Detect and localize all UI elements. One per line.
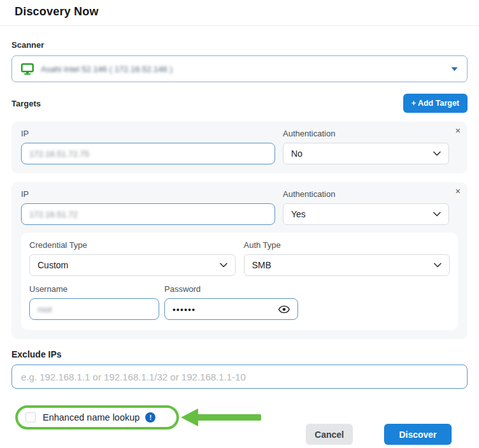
cancel-button[interactable]: Cancel <box>306 424 353 445</box>
password-input[interactable]: •••••• <box>164 298 298 320</box>
username-value: root <box>38 305 52 314</box>
monitor-icon <box>21 63 34 75</box>
password-masked-value: •••••• <box>173 305 196 314</box>
info-icon[interactable]: ! <box>145 412 155 423</box>
scanner-value: Asahi Intel 52.146 ( 172.16.52.146 ) <box>41 64 173 74</box>
authentication-value: Yes <box>291 209 306 219</box>
ip-value: 172.16.51.72.75 <box>29 149 89 159</box>
discover-button[interactable]: Discover <box>384 424 452 445</box>
chevron-down-icon <box>220 263 227 268</box>
enhanced-name-lookup-checkbox[interactable] <box>25 412 36 423</box>
target-card-1: × IP 172.16.51.72.75 Authentication No <box>11 122 468 173</box>
ip-input[interactable]: 172.16.51.72.75 <box>21 143 275 164</box>
annotation-arrow-shaft <box>197 414 261 421</box>
auth-type-select[interactable]: SMB <box>244 254 450 276</box>
annotation-arrow-head <box>181 408 198 426</box>
ip-input[interactable]: 172.16.51.72 <box>21 203 275 225</box>
exclude-ips-label: Exclude IPs <box>11 349 468 359</box>
ip-label: IP <box>21 129 275 138</box>
authentication-select[interactable]: No <box>283 143 449 164</box>
chevron-down-icon <box>451 67 458 71</box>
chevron-down-icon <box>434 263 441 268</box>
chevron-down-icon <box>433 151 441 156</box>
dialog-body: Scanner Asahi Intel 52.146 ( 172.16.52.1… <box>0 40 479 448</box>
enhanced-name-lookup-label: Enhanced name lookup <box>43 412 139 423</box>
auth-type-value: SMB <box>252 260 271 270</box>
username-input[interactable]: root <box>29 298 159 320</box>
page-title: Discovery Now <box>15 5 464 18</box>
target-card-2: × IP 172.16.51.72 Authentication Yes <box>11 182 468 339</box>
credentials-panel: Credential Type Custom Auth Type SMB <box>21 233 458 330</box>
exclude-ips-input[interactable] <box>11 365 468 389</box>
authentication-label: Authentication <box>283 189 449 199</box>
scanner-label: Scanner <box>11 40 468 50</box>
targets-label: Targets <box>11 99 41 108</box>
credential-type-label: Credential Type <box>29 240 236 250</box>
authentication-select[interactable]: Yes <box>283 203 449 225</box>
add-target-button[interactable]: + Add Target <box>403 94 468 113</box>
username-label: Username <box>29 284 159 294</box>
chevron-down-icon <box>433 212 441 217</box>
remove-target-icon[interactable]: × <box>455 126 461 135</box>
password-label: Password <box>164 284 298 294</box>
credential-type-select[interactable]: Custom <box>29 254 236 276</box>
show-password-eye-icon[interactable] <box>278 305 290 314</box>
ip-value: 172.16.51.72 <box>29 210 78 219</box>
scanner-select[interactable]: Asahi Intel 52.146 ( 172.16.52.146 ) <box>11 55 468 82</box>
auth-type-label: Auth Type <box>244 240 450 250</box>
authentication-label: Authentication <box>283 129 449 138</box>
authentication-value: No <box>291 148 303 159</box>
ip-label: IP <box>21 189 275 199</box>
credential-type-value: Custom <box>38 260 68 270</box>
dialog-footer: Enhanced name lookup ! Cancel Discover <box>11 389 468 448</box>
dialog-header: Discovery Now <box>0 0 479 26</box>
enhanced-lookup-annotation-highlight: Enhanced name lookup ! <box>15 405 179 430</box>
remove-target-icon[interactable]: × <box>455 187 461 196</box>
